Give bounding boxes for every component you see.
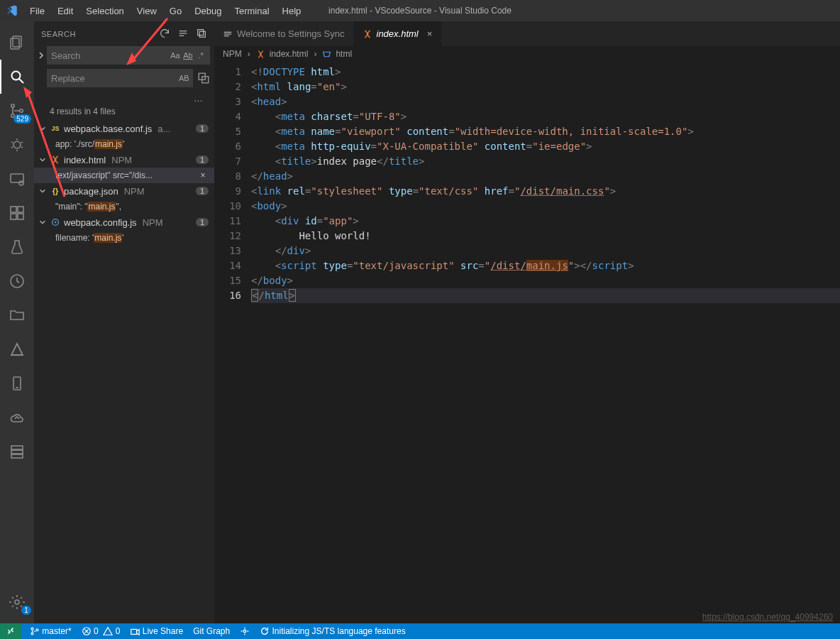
menu-help[interactable]: Help [277,3,307,19]
refresh-icon[interactable] [159,28,170,40]
titlebar: FileEditSelectionViewGoDebugTerminalHelp… [0,0,840,21]
timeline-icon[interactable] [0,264,34,298]
chevron-down-icon[interactable] [38,187,47,195]
status-bar: master* 0 0 Live Share Git Graph Initial… [0,623,840,639]
whole-word-icon[interactable]: Ab [183,51,193,60]
live-share[interactable]: Live Share [130,626,183,637]
search-result-file[interactable]: webpack.config.jsNPM1 [34,214,214,230]
breadcrumb[interactable]: NPM › index.html › html [214,46,840,62]
search-result-file[interactable]: index.htmlNPM1 [34,152,214,168]
svg-point-9 [19,181,23,185]
chevron-down-icon[interactable] [38,219,47,226]
collapse-all-icon[interactable] [196,28,207,40]
search-input[interactable] [51,50,170,61]
explorer-icon[interactable] [0,26,34,60]
match-text: app: './src/main.js' [55,139,209,149]
file-path: NPM [124,186,193,197]
debug-icon[interactable] [0,128,34,162]
problems[interactable]: 0 0 [82,626,121,637]
search-result-file[interactable]: JSwebpack.base.conf.jsa...1 [34,121,214,136]
replace-input[interactable] [51,73,179,84]
extensions-icon[interactable] [0,196,34,230]
chevron-down-icon[interactable] [38,156,47,163]
prettier-status[interactable] [240,626,250,637]
git-graph[interactable]: Git Graph [193,626,230,636]
toggle-search-details-icon[interactable]: … [194,93,204,104]
svg-rect-24 [198,29,204,35]
tab-welcome-to-settings-sync[interactable]: Welcome to Settings Sync [214,21,354,46]
breadcrumb-symbol[interactable]: html [336,49,352,59]
breadcrumb-file[interactable]: index.html [270,49,309,59]
replace-field[interactable]: AB [47,69,193,87]
html-icon [363,29,372,39]
folder-icon[interactable] [0,298,34,332]
match-count: 1 [196,218,209,226]
code-editor[interactable]: 12345678910111213141516 <!DOCTYPE html><… [214,62,840,623]
scm-badge: 529 [13,114,31,124]
search-result-file[interactable]: {}package.jsonNPM1 [34,183,214,199]
svg-line-3 [19,79,23,83]
cloud-icon[interactable] [0,400,34,435]
chevron-right-icon: › [248,49,250,59]
server-icon[interactable] [0,435,34,469]
file-path: NPM [143,217,193,228]
menu-selection[interactable]: Selection [80,3,129,19]
svg-rect-19 [11,454,23,458]
tab-index-html[interactable]: index.html× [354,21,442,46]
svg-rect-12 [11,214,16,219]
menu-debug[interactable]: Debug [189,3,227,19]
search-match[interactable]: text/javascript" src="/dis...× [34,168,214,183]
search-match[interactable]: filename: 'main.js' [34,230,214,246]
menu-edit[interactable]: Edit [52,3,79,19]
settings-gear-icon[interactable]: 1 [0,585,34,619]
search-field[interactable]: Aa Ab .* [47,46,210,65]
svg-point-6 [20,109,23,112]
git-branch[interactable]: master* [30,626,72,637]
menu-view[interactable]: View [131,3,162,19]
menu-terminal[interactable]: Terminal [228,3,275,19]
test-icon[interactable] [0,230,34,264]
svg-point-34 [31,633,33,635]
remote-indicator[interactable] [0,623,21,639]
replace-all-icon[interactable] [197,72,210,84]
toggle-replace-icon[interactable] [37,52,47,60]
clear-icon[interactable] [177,28,189,40]
chevron-down-icon[interactable] [38,125,47,132]
file-path: a... [158,124,193,134]
match-count: 1 [196,155,209,164]
initializing[interactable]: Initializing JS/TS language features [260,626,405,637]
vscode-logo-icon [6,4,18,17]
search-match[interactable]: "main": "main.js", [34,199,214,214]
match-text: filename: 'main.js' [55,233,209,243]
search-icon[interactable] [0,60,34,94]
remote-explorer-icon[interactable] [0,162,34,196]
watermark: https://blog.csdn.net/qq_40994260 [702,612,833,622]
tab-bar: Welcome to Settings Syncindex.html× [214,21,840,46]
svg-point-29 [55,222,57,224]
search-panel: SEARCH Aa Ab .* [34,21,214,623]
search-match[interactable]: app: './src/main.js' [34,136,214,152]
svg-rect-13 [18,214,23,219]
results-summary: 4 results in 4 files [34,104,214,121]
source-control-icon[interactable]: 529 [0,94,34,128]
close-icon[interactable]: × [427,28,433,39]
breadcrumb-root[interactable]: NPM [223,49,242,59]
code-body[interactable]: <!DOCTYPE html><html lang="en"><head> <m… [251,62,840,623]
svg-point-35 [36,629,38,631]
svg-rect-11 [18,207,23,212]
device-icon[interactable] [0,366,34,400]
editor-area: Welcome to Settings Syncindex.html× NPM … [214,21,840,623]
settings-icon [223,29,233,39]
search-results: JSwebpack.base.conf.jsa...1app: './src/m… [34,121,214,623]
match-case-icon[interactable]: Aa [170,51,180,60]
file-path: NPM [111,155,193,165]
svg-point-40 [243,630,246,633]
dismiss-icon[interactable]: × [197,170,209,180]
svg-rect-17 [11,446,23,449]
menu-file[interactable]: File [24,3,50,19]
azure-icon[interactable] [0,332,34,366]
regex-icon[interactable]: .* [196,51,206,60]
menu-go[interactable]: Go [164,3,187,19]
preserve-case-icon[interactable]: AB [179,74,189,82]
file-name: webpack.config.js [64,217,137,228]
